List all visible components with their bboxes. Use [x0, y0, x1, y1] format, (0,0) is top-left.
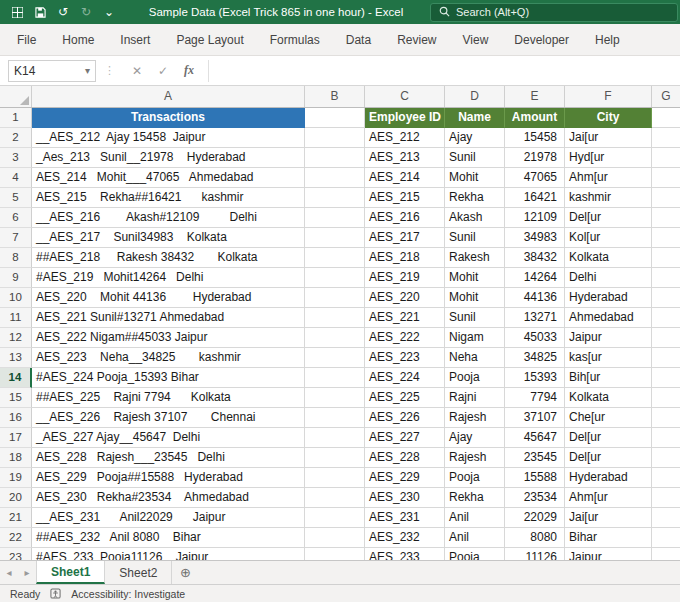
- cell-amount[interactable]: 34825: [505, 348, 565, 368]
- cell-employee-id[interactable]: AES_220: [365, 288, 445, 308]
- cell-raw-transaction[interactable]: AES_230 Rekha#23534 Ahmedabad: [32, 488, 305, 508]
- cell-amount[interactable]: 8080: [505, 528, 565, 548]
- cell-b[interactable]: [305, 268, 365, 288]
- cell-city[interactable]: Delhi: [565, 268, 652, 288]
- cell-amount[interactable]: 16421: [505, 188, 565, 208]
- ribbon-tab-help[interactable]: Help: [582, 24, 633, 56]
- cell-b[interactable]: [305, 128, 365, 148]
- cell-employee-id[interactable]: AES_215: [365, 188, 445, 208]
- cell-g[interactable]: [652, 528, 680, 548]
- cell-g[interactable]: [652, 548, 680, 560]
- cell-raw-transaction[interactable]: ##AES_232 Anil 8080 Bihar: [32, 528, 305, 548]
- cell-name[interactable]: Ajay: [445, 428, 505, 448]
- row-header[interactable]: 2: [0, 128, 32, 148]
- cell-employee-id[interactable]: AES_213: [365, 148, 445, 168]
- cell-amount[interactable]: 38432: [505, 248, 565, 268]
- cell-b[interactable]: [305, 448, 365, 468]
- cell-g[interactable]: [652, 388, 680, 408]
- ribbon-tab-insert[interactable]: Insert: [107, 24, 163, 56]
- cell-amount[interactable]: 15458: [505, 128, 565, 148]
- cell-city[interactable]: Jai[ur: [565, 128, 652, 148]
- column-header-f[interactable]: F: [565, 86, 652, 107]
- row-header[interactable]: 10: [0, 288, 32, 308]
- cell-g[interactable]: [652, 268, 680, 288]
- sheet-nav-right-icon[interactable]: ▸: [18, 561, 36, 584]
- cell-b1[interactable]: [305, 108, 365, 128]
- cell-raw-transaction[interactable]: AES_229 Pooja##15588 Hyderabad: [32, 468, 305, 488]
- cell-g[interactable]: [652, 428, 680, 448]
- cell-g[interactable]: [652, 248, 680, 268]
- row-header[interactable]: 16: [0, 408, 32, 428]
- cell-city[interactable]: Del[ur: [565, 208, 652, 228]
- row-header[interactable]: 5: [0, 188, 32, 208]
- name-box-dropdown-icon[interactable]: ▾: [85, 65, 90, 76]
- cell-raw-transaction[interactable]: AES_215 Rekha##16421 kashmir: [32, 188, 305, 208]
- row-header[interactable]: 4: [0, 168, 32, 188]
- cell-name[interactable]: Sunil: [445, 228, 505, 248]
- cell-employee-id[interactable]: AES_218: [365, 248, 445, 268]
- cell-b[interactable]: [305, 508, 365, 528]
- cell-b[interactable]: [305, 148, 365, 168]
- cell-g[interactable]: [652, 488, 680, 508]
- cell-b[interactable]: [305, 548, 365, 560]
- column-header-g[interactable]: G: [652, 86, 680, 107]
- cell-b[interactable]: [305, 288, 365, 308]
- cell-b[interactable]: [305, 308, 365, 328]
- cell-name[interactable]: Rajni: [445, 388, 505, 408]
- cell-employee-id[interactable]: AES_227: [365, 428, 445, 448]
- cell-raw-transaction[interactable]: AES_222 Nigam##45033 Jaipur: [32, 328, 305, 348]
- cell-g[interactable]: [652, 468, 680, 488]
- cell-name[interactable]: Rekha: [445, 488, 505, 508]
- cell-raw-transaction[interactable]: ##AES_218 Rakesh 38432 Kolkata: [32, 248, 305, 268]
- cell-amount[interactable]: 21978: [505, 148, 565, 168]
- cell-g[interactable]: [652, 148, 680, 168]
- row-header[interactable]: 21: [0, 508, 32, 528]
- name-header-cell[interactable]: Name: [445, 108, 505, 128]
- cell-b[interactable]: [305, 368, 365, 388]
- ribbon-tab-view[interactable]: View: [450, 24, 502, 56]
- row-header[interactable]: 17: [0, 428, 32, 448]
- row-header[interactable]: 8: [0, 248, 32, 268]
- cell-name[interactable]: Mohit: [445, 268, 505, 288]
- ribbon-tab-data[interactable]: Data: [333, 24, 384, 56]
- cell-city[interactable]: Kolkata: [565, 248, 652, 268]
- cell-amount[interactable]: 44136: [505, 288, 565, 308]
- transactions-header-cell[interactable]: Transactions: [32, 108, 305, 128]
- cell-raw-transaction[interactable]: _Aes_213 Sunil__21978 Hyderabad: [32, 148, 305, 168]
- cell-raw-transaction[interactable]: __AES_226 Rajesh 37107 Chennai: [32, 408, 305, 428]
- cell-g[interactable]: [652, 228, 680, 248]
- cell-city[interactable]: Bih[ur: [565, 368, 652, 388]
- row-header[interactable]: 20: [0, 488, 32, 508]
- cell-name[interactable]: Pooja: [445, 548, 505, 560]
- cell-amount[interactable]: 7794: [505, 388, 565, 408]
- cell-name[interactable]: Pooja: [445, 368, 505, 388]
- cell-g[interactable]: [652, 308, 680, 328]
- cell-city[interactable]: Del[ur: [565, 428, 652, 448]
- cell-amount[interactable]: 34983: [505, 228, 565, 248]
- cell-b[interactable]: [305, 248, 365, 268]
- cell-amount[interactable]: 15588: [505, 468, 565, 488]
- confirm-entry-icon[interactable]: ✓: [150, 64, 176, 78]
- row-header[interactable]: 1: [0, 108, 32, 128]
- cell-amount[interactable]: 47065: [505, 168, 565, 188]
- save-icon[interactable]: [33, 4, 47, 20]
- cell-name[interactable]: Rajesh: [445, 408, 505, 428]
- cell-g[interactable]: [652, 348, 680, 368]
- cell-b[interactable]: [305, 348, 365, 368]
- cell-city[interactable]: Jaipur: [565, 548, 652, 560]
- cell-amount[interactable]: 15393: [505, 368, 565, 388]
- cell-g[interactable]: [652, 408, 680, 428]
- sheet-nav-left-icon[interactable]: ◂: [0, 561, 18, 584]
- cell-b[interactable]: [305, 408, 365, 428]
- cell-amount[interactable]: 45033: [505, 328, 565, 348]
- cell-employee-id[interactable]: AES_217: [365, 228, 445, 248]
- cell-name[interactable]: Nigam: [445, 328, 505, 348]
- cell-amount[interactable]: 11126: [505, 548, 565, 560]
- cell-employee-id[interactable]: AES_216: [365, 208, 445, 228]
- amount-header-cell[interactable]: Amount: [505, 108, 565, 128]
- cell-b[interactable]: [305, 488, 365, 508]
- undo-icon[interactable]: ↺: [56, 4, 70, 20]
- cell-g[interactable]: [652, 288, 680, 308]
- row-header[interactable]: 13: [0, 348, 32, 368]
- cell-raw-transaction[interactable]: AES_228 Rajesh___23545 Delhi: [32, 448, 305, 468]
